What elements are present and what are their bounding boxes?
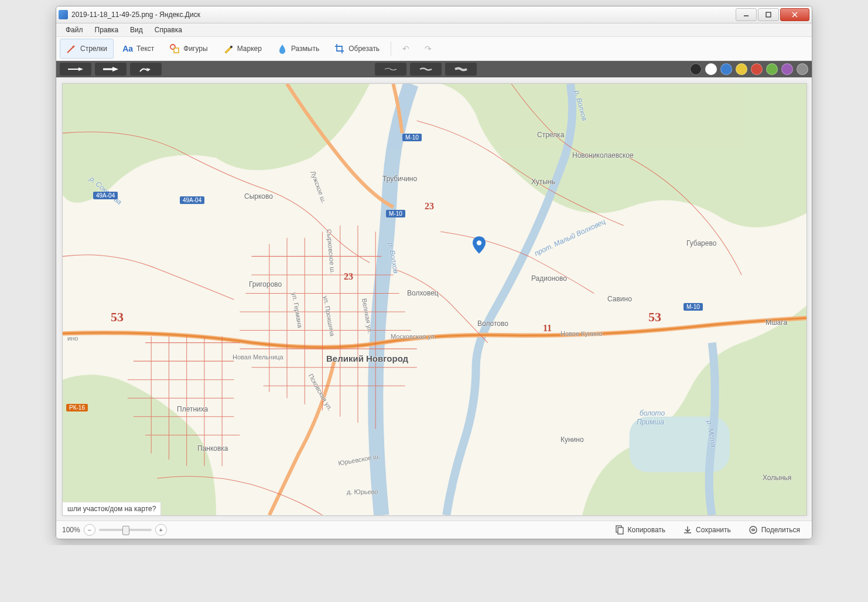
label-radionovo: Радионово <box>531 274 567 283</box>
label-ino: ино <box>67 335 78 342</box>
svg-rect-18 <box>618 528 623 534</box>
app-window: 2019-11-18_11-49-25.png - Яндекс.Диск Фа… <box>56 6 812 539</box>
route-53-east: 53 <box>648 309 661 325</box>
label-volotovo: Волотово <box>477 319 508 328</box>
marker-icon <box>223 43 234 54</box>
close-icon <box>792 12 798 18</box>
copy-icon <box>614 525 624 535</box>
map-svg <box>63 84 807 515</box>
zoom-in-button[interactable]: + <box>155 524 167 536</box>
menu-view[interactable]: Вид <box>124 24 149 36</box>
label-boloto2: Примша <box>637 418 664 426</box>
label-boloto1: болото <box>640 409 665 417</box>
svg-marker-10 <box>78 67 83 71</box>
label-strelka: Стрелка <box>537 131 564 139</box>
maximize-icon <box>766 12 771 18</box>
tool-blur[interactable]: Размыть <box>271 39 326 59</box>
minimize-button[interactable] <box>736 8 757 21</box>
titlebar: 2019-11-18_11-49-25.png - Яндекс.Диск <box>56 6 812 23</box>
save-button[interactable]: Сохранить <box>677 523 737 537</box>
map-pin[interactable] <box>473 236 486 254</box>
label-moskovskaya: Московская ул. <box>391 333 436 340</box>
label-volhovets: Волховец <box>407 289 439 297</box>
color-green[interactable] <box>766 63 778 75</box>
zoom-out-button[interactable]: − <box>84 524 95 536</box>
share-button[interactable]: Поделиться <box>743 523 806 537</box>
badge-49a-2: 49А-04 <box>180 196 204 204</box>
tool-marker-label: Маркер <box>237 45 262 53</box>
label-kholynya: Холынья <box>763 474 791 482</box>
label-khutyn: Хутынь <box>531 178 555 186</box>
tool-arrows[interactable]: Стрелки <box>60 39 114 59</box>
tool-arrows-label: Стрелки <box>80 45 107 53</box>
label-kunino: Кунино <box>561 436 584 444</box>
line-thin[interactable] <box>375 63 406 76</box>
color-white[interactable] <box>705 63 717 75</box>
label-mshaga: Мшага <box>766 318 787 326</box>
map-frame[interactable]: Сырково Григорово Трубичино Стрелка Ново… <box>62 83 807 516</box>
label-novaya-melnitsa: Новая Мельница <box>233 353 283 360</box>
label-syrkovo: Сырково <box>244 192 273 200</box>
svg-point-16 <box>477 240 481 245</box>
share-label: Поделиться <box>761 526 800 534</box>
svg-point-19 <box>750 526 757 533</box>
label-novoe-kunino: Новое Кунино <box>561 330 602 337</box>
badge-rk16: РК-16 <box>66 404 88 411</box>
window-controls <box>734 8 809 21</box>
menu-help[interactable]: Справка <box>149 24 188 36</box>
shapes-icon <box>169 43 180 54</box>
zoom-value: 100% <box>62 526 80 534</box>
redo-button[interactable]: ↷ <box>418 39 438 59</box>
undo-button[interactable]: ↶ <box>396 39 416 59</box>
maximize-button[interactable] <box>758 8 779 21</box>
tool-marker[interactable]: Маркер <box>217 39 268 59</box>
tool-shapes[interactable]: Фигуры <box>163 39 214 59</box>
copy-button[interactable]: Копировать <box>609 523 671 537</box>
label-yurevo: д. Юрьево <box>347 488 378 495</box>
route-23-a: 23 <box>344 271 353 282</box>
label-gubarevo: Губарево <box>686 239 716 247</box>
tool-text[interactable]: Aa Текст <box>116 39 160 59</box>
menu-edit[interactable]: Правка <box>89 24 125 36</box>
line-medium[interactable] <box>410 63 442 76</box>
menu-file[interactable]: Файл <box>60 24 89 36</box>
blur-icon <box>277 43 288 54</box>
label-pletniha: Плетниха <box>177 405 208 413</box>
line-thick[interactable] <box>445 63 477 76</box>
svg-marker-12 <box>112 67 118 72</box>
sub-toolbar <box>56 61 812 77</box>
color-blue[interactable] <box>720 63 732 75</box>
badge-m10-3: М-10 <box>684 303 703 311</box>
color-gray[interactable] <box>797 63 808 75</box>
redo-icon: ↷ <box>425 44 432 53</box>
label-grigorovo: Григорово <box>249 280 282 288</box>
tool-shapes-label: Фигуры <box>183 45 207 53</box>
route-53-west: 53 <box>111 309 124 325</box>
separator <box>391 42 391 56</box>
zoom-slider[interactable] <box>99 529 152 531</box>
svg-point-8 <box>230 46 233 48</box>
map-bottom-caption: шли участок/дом на карте? <box>63 502 161 515</box>
window-title: 2019-11-18_11-49-25.png - Яндекс.Диск <box>71 11 734 19</box>
statusbar: 100% − + Копировать Сохранить Поделиться <box>56 521 812 539</box>
undo-icon: ↶ <box>402 44 409 53</box>
color-yellow[interactable] <box>736 63 747 75</box>
arrow-style-2[interactable] <box>95 63 127 76</box>
color-black[interactable] <box>690 63 702 75</box>
tool-crop-label: Обрезать <box>348 45 380 53</box>
close-button[interactable] <box>780 8 809 21</box>
arrow-style-1[interactable] <box>60 63 91 76</box>
menubar: Файл Правка Вид Справка <box>56 23 812 37</box>
tool-crop[interactable]: Обрезать <box>328 39 386 59</box>
arrow-style-3[interactable] <box>130 63 162 76</box>
color-purple[interactable] <box>781 63 793 75</box>
color-red[interactable] <box>751 63 763 75</box>
badge-m10-1: М-10 <box>402 134 422 141</box>
label-novonikolaevskoe: Новониколаевское <box>572 151 634 159</box>
zoom-thumb[interactable] <box>122 526 129 535</box>
svg-marker-13 <box>146 68 151 72</box>
label-velikiy-novgorod: Великий Новгород <box>326 353 408 363</box>
arrow-icon <box>66 43 77 54</box>
tool-text-label: Текст <box>136 45 154 53</box>
label-trubichino: Трубичино <box>382 175 417 183</box>
